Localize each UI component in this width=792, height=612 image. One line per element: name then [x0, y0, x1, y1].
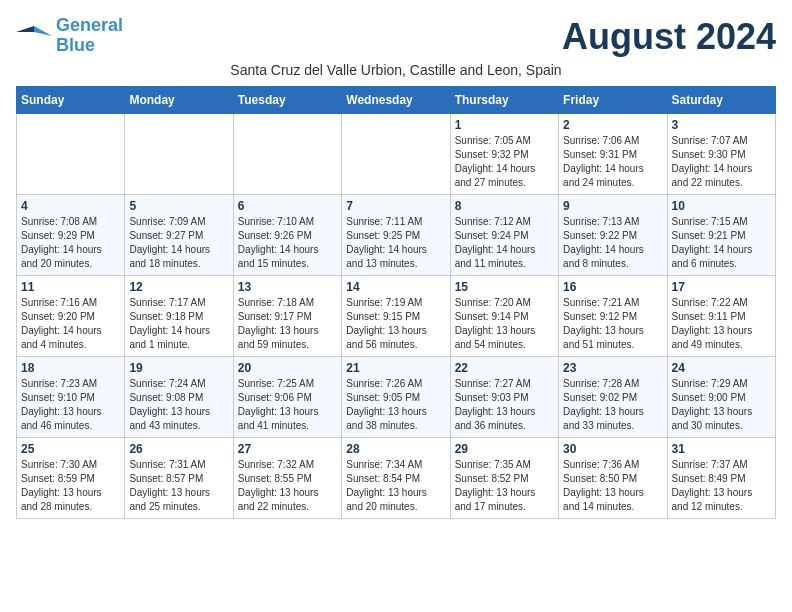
day-info: Sunrise: 7:25 AM Sunset: 9:06 PM Dayligh… — [238, 377, 337, 433]
day-info: Sunrise: 7:20 AM Sunset: 9:14 PM Dayligh… — [455, 296, 554, 352]
weekday-header-tuesday: Tuesday — [233, 87, 341, 114]
day-info: Sunrise: 7:17 AM Sunset: 9:18 PM Dayligh… — [129, 296, 228, 352]
calendar-cell: 26Sunrise: 7:31 AM Sunset: 8:57 PM Dayli… — [125, 438, 233, 519]
calendar-cell: 13Sunrise: 7:18 AM Sunset: 9:17 PM Dayli… — [233, 276, 341, 357]
logo-line1: General — [56, 15, 123, 35]
weekday-header-sunday: Sunday — [17, 87, 125, 114]
day-number: 15 — [455, 280, 554, 294]
day-info: Sunrise: 7:06 AM Sunset: 9:31 PM Dayligh… — [563, 134, 662, 190]
day-info: Sunrise: 7:10 AM Sunset: 9:26 PM Dayligh… — [238, 215, 337, 271]
logo-icon — [16, 22, 52, 50]
day-number: 9 — [563, 199, 662, 213]
day-number: 5 — [129, 199, 228, 213]
calendar-cell: 27Sunrise: 7:32 AM Sunset: 8:55 PM Dayli… — [233, 438, 341, 519]
calendar-cell: 1Sunrise: 7:05 AM Sunset: 9:32 PM Daylig… — [450, 114, 558, 195]
calendar-cell: 14Sunrise: 7:19 AM Sunset: 9:15 PM Dayli… — [342, 276, 450, 357]
day-number: 23 — [563, 361, 662, 375]
day-info: Sunrise: 7:27 AM Sunset: 9:03 PM Dayligh… — [455, 377, 554, 433]
calendar-week-5: 25Sunrise: 7:30 AM Sunset: 8:59 PM Dayli… — [17, 438, 776, 519]
calendar-cell: 18Sunrise: 7:23 AM Sunset: 9:10 PM Dayli… — [17, 357, 125, 438]
day-info: Sunrise: 7:13 AM Sunset: 9:22 PM Dayligh… — [563, 215, 662, 271]
calendar-cell: 16Sunrise: 7:21 AM Sunset: 9:12 PM Dayli… — [559, 276, 667, 357]
calendar-cell — [17, 114, 125, 195]
calendar-cell: 28Sunrise: 7:34 AM Sunset: 8:54 PM Dayli… — [342, 438, 450, 519]
calendar-cell: 5Sunrise: 7:09 AM Sunset: 9:27 PM Daylig… — [125, 195, 233, 276]
calendar-cell: 17Sunrise: 7:22 AM Sunset: 9:11 PM Dayli… — [667, 276, 775, 357]
calendar-cell: 30Sunrise: 7:36 AM Sunset: 8:50 PM Dayli… — [559, 438, 667, 519]
day-number: 31 — [672, 442, 771, 456]
day-info: Sunrise: 7:34 AM Sunset: 8:54 PM Dayligh… — [346, 458, 445, 514]
day-number: 24 — [672, 361, 771, 375]
calendar-cell: 22Sunrise: 7:27 AM Sunset: 9:03 PM Dayli… — [450, 357, 558, 438]
logo-line2: Blue — [56, 35, 95, 55]
day-number: 30 — [563, 442, 662, 456]
day-number: 8 — [455, 199, 554, 213]
day-number: 17 — [672, 280, 771, 294]
weekday-header-wednesday: Wednesday — [342, 87, 450, 114]
calendar-cell: 4Sunrise: 7:08 AM Sunset: 9:29 PM Daylig… — [17, 195, 125, 276]
day-number: 20 — [238, 361, 337, 375]
day-info: Sunrise: 7:37 AM Sunset: 8:49 PM Dayligh… — [672, 458, 771, 514]
calendar-cell: 19Sunrise: 7:24 AM Sunset: 9:08 PM Dayli… — [125, 357, 233, 438]
calendar-cell — [233, 114, 341, 195]
calendar-cell: 20Sunrise: 7:25 AM Sunset: 9:06 PM Dayli… — [233, 357, 341, 438]
calendar-cell: 12Sunrise: 7:17 AM Sunset: 9:18 PM Dayli… — [125, 276, 233, 357]
weekday-header-row: SundayMondayTuesdayWednesdayThursdayFrid… — [17, 87, 776, 114]
day-info: Sunrise: 7:11 AM Sunset: 9:25 PM Dayligh… — [346, 215, 445, 271]
calendar-cell: 23Sunrise: 7:28 AM Sunset: 9:02 PM Dayli… — [559, 357, 667, 438]
calendar-cell: 3Sunrise: 7:07 AM Sunset: 9:30 PM Daylig… — [667, 114, 775, 195]
day-number: 7 — [346, 199, 445, 213]
weekday-header-monday: Monday — [125, 87, 233, 114]
day-number: 27 — [238, 442, 337, 456]
calendar-cell: 11Sunrise: 7:16 AM Sunset: 9:20 PM Dayli… — [17, 276, 125, 357]
day-info: Sunrise: 7:30 AM Sunset: 8:59 PM Dayligh… — [21, 458, 120, 514]
day-number: 4 — [21, 199, 120, 213]
day-info: Sunrise: 7:22 AM Sunset: 9:11 PM Dayligh… — [672, 296, 771, 352]
logo: General Blue — [16, 16, 123, 56]
day-info: Sunrise: 7:24 AM Sunset: 9:08 PM Dayligh… — [129, 377, 228, 433]
month-title: August 2024 — [562, 16, 776, 58]
day-number: 6 — [238, 199, 337, 213]
calendar-week-1: 1Sunrise: 7:05 AM Sunset: 9:32 PM Daylig… — [17, 114, 776, 195]
day-info: Sunrise: 7:26 AM Sunset: 9:05 PM Dayligh… — [346, 377, 445, 433]
day-number: 22 — [455, 361, 554, 375]
weekday-header-thursday: Thursday — [450, 87, 558, 114]
day-info: Sunrise: 7:28 AM Sunset: 9:02 PM Dayligh… — [563, 377, 662, 433]
day-info: Sunrise: 7:18 AM Sunset: 9:17 PM Dayligh… — [238, 296, 337, 352]
calendar-cell: 25Sunrise: 7:30 AM Sunset: 8:59 PM Dayli… — [17, 438, 125, 519]
day-info: Sunrise: 7:16 AM Sunset: 9:20 PM Dayligh… — [21, 296, 120, 352]
day-number: 3 — [672, 118, 771, 132]
day-number: 26 — [129, 442, 228, 456]
day-number: 25 — [21, 442, 120, 456]
calendar-cell: 31Sunrise: 7:37 AM Sunset: 8:49 PM Dayli… — [667, 438, 775, 519]
day-info: Sunrise: 7:32 AM Sunset: 8:55 PM Dayligh… — [238, 458, 337, 514]
svg-marker-0 — [34, 26, 52, 36]
weekday-header-saturday: Saturday — [667, 87, 775, 114]
calendar-cell: 2Sunrise: 7:06 AM Sunset: 9:31 PM Daylig… — [559, 114, 667, 195]
svg-marker-1 — [16, 26, 34, 32]
calendar-cell: 29Sunrise: 7:35 AM Sunset: 8:52 PM Dayli… — [450, 438, 558, 519]
day-info: Sunrise: 7:12 AM Sunset: 9:24 PM Dayligh… — [455, 215, 554, 271]
day-number: 19 — [129, 361, 228, 375]
calendar-week-4: 18Sunrise: 7:23 AM Sunset: 9:10 PM Dayli… — [17, 357, 776, 438]
day-info: Sunrise: 7:07 AM Sunset: 9:30 PM Dayligh… — [672, 134, 771, 190]
calendar-cell: 10Sunrise: 7:15 AM Sunset: 9:21 PM Dayli… — [667, 195, 775, 276]
day-info: Sunrise: 7:08 AM Sunset: 9:29 PM Dayligh… — [21, 215, 120, 271]
day-number: 12 — [129, 280, 228, 294]
day-number: 28 — [346, 442, 445, 456]
calendar-cell: 6Sunrise: 7:10 AM Sunset: 9:26 PM Daylig… — [233, 195, 341, 276]
day-info: Sunrise: 7:05 AM Sunset: 9:32 PM Dayligh… — [455, 134, 554, 190]
day-number: 16 — [563, 280, 662, 294]
logo-text: General Blue — [56, 16, 123, 56]
day-number: 1 — [455, 118, 554, 132]
calendar-cell: 24Sunrise: 7:29 AM Sunset: 9:00 PM Dayli… — [667, 357, 775, 438]
day-number: 11 — [21, 280, 120, 294]
day-number: 13 — [238, 280, 337, 294]
day-info: Sunrise: 7:09 AM Sunset: 9:27 PM Dayligh… — [129, 215, 228, 271]
calendar-cell: 9Sunrise: 7:13 AM Sunset: 9:22 PM Daylig… — [559, 195, 667, 276]
calendar-cell — [125, 114, 233, 195]
calendar-cell — [342, 114, 450, 195]
day-number: 2 — [563, 118, 662, 132]
calendar-table: SundayMondayTuesdayWednesdayThursdayFrid… — [16, 86, 776, 519]
weekday-header-friday: Friday — [559, 87, 667, 114]
